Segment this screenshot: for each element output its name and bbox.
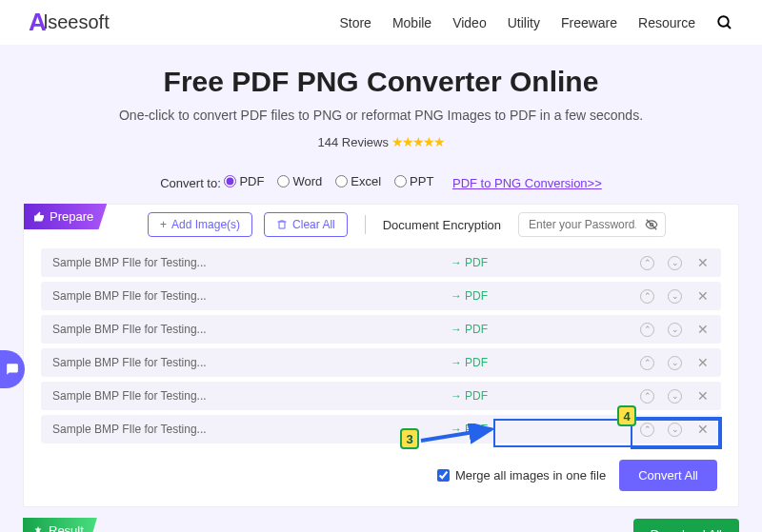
- file-format: → PDF: [451, 389, 488, 403]
- nav-mobile[interactable]: Mobile: [392, 15, 431, 30]
- result-tab: Result: [23, 518, 97, 532]
- radio-pdf-input[interactable]: [224, 175, 236, 187]
- logo-text: lseesoft: [44, 11, 110, 33]
- remove-icon[interactable]: ✕: [695, 355, 710, 370]
- merge-checkbox-input[interactable]: [437, 469, 450, 482]
- chat-bubble-icon[interactable]: [0, 350, 25, 388]
- radio-word[interactable]: Word: [277, 174, 322, 188]
- radio-excel-input[interactable]: [335, 175, 348, 187]
- file-format: → PDF: [451, 323, 488, 336]
- prepare-panel: Prepare +Add Image(s) Clear All Document…: [23, 204, 739, 507]
- move-down-icon[interactable]: ⌄: [668, 356, 682, 370]
- hero: Free PDF PNG Converter Online One-click …: [0, 45, 762, 157]
- eye-icon[interactable]: [645, 218, 658, 231]
- result-tab-label: Result: [49, 523, 84, 532]
- hand-icon: [32, 525, 44, 533]
- page-title: Free PDF PNG Converter Online: [19, 66, 743, 98]
- encryption-label: Document Encryption: [383, 218, 501, 232]
- move-up-icon[interactable]: ⌃: [640, 256, 654, 270]
- radio-pdf[interactable]: PDF: [224, 174, 264, 188]
- convert-to-label: Convert to:: [160, 176, 221, 190]
- remove-icon[interactable]: ✕: [695, 422, 710, 437]
- arrow-right-icon: →: [451, 289, 462, 303]
- nav-resource[interactable]: Resource: [638, 15, 695, 30]
- nav: Store Mobile Video Utility Freeware Reso…: [339, 14, 733, 31]
- radio-ppt-input[interactable]: [394, 175, 407, 187]
- page-subtitle: One-click to convert PDF files to PNG or…: [19, 108, 743, 123]
- search-icon[interactable]: [716, 14, 733, 31]
- file-name: Sample BMP FIle for Testing...: [52, 323, 451, 336]
- move-up-icon[interactable]: ⌃: [640, 389, 654, 404]
- annotation-4: 4: [617, 405, 636, 426]
- file-name: Sample BMP FIle for Testing...: [52, 289, 451, 303]
- pdf-to-png-link[interactable]: PDF to PNG Conversion>>: [452, 176, 602, 190]
- arrow-right-icon: →: [451, 356, 462, 369]
- move-down-icon[interactable]: ⌄: [668, 423, 682, 437]
- file-row: Sample BMP FIle for Testing...→ PDF⌃⌄✕: [41, 348, 721, 377]
- speech-icon: [6, 363, 19, 376]
- star-icon: ★: [433, 134, 446, 149]
- remove-icon[interactable]: ✕: [695, 288, 710, 304]
- header: Alseesoft Store Mobile Video Utility Fre…: [0, 0, 762, 45]
- move-up-icon[interactable]: ⌃: [640, 289, 654, 304]
- toolbar: +Add Image(s) Clear All Document Encrypt…: [24, 205, 738, 246]
- move-down-icon[interactable]: ⌄: [668, 256, 682, 270]
- nav-video[interactable]: Video: [452, 15, 487, 30]
- arrow-right-icon: →: [451, 389, 462, 403]
- radio-word-input[interactable]: [277, 175, 290, 187]
- svg-line-1: [727, 25, 731, 29]
- file-row: Sample BMP FIle for Testing...→ PDF⌃⌄✕: [41, 282, 721, 310]
- file-row: Sample BMP FIle for Testing...→ PDF⌃⌄✕: [41, 315, 721, 344]
- result-section: Result Download All: [23, 519, 739, 532]
- arrow-right-icon: →: [451, 256, 462, 269]
- prepare-tab-label: Prepare: [50, 209, 93, 224]
- remove-icon[interactable]: ✕: [695, 388, 710, 404]
- encryption-input[interactable]: [518, 212, 666, 237]
- merge-row: Merge all images in one file Convert All: [24, 450, 738, 497]
- move-down-icon[interactable]: ⌄: [668, 289, 682, 304]
- svg-point-0: [718, 16, 729, 27]
- move-up-icon[interactable]: ⌃: [640, 323, 654, 337]
- arrow-icon: [419, 424, 500, 450]
- thumb-icon: [33, 211, 45, 223]
- move-up-icon[interactable]: ⌃: [640, 423, 654, 437]
- svg-line-5: [421, 429, 491, 441]
- remove-icon[interactable]: ✕: [695, 255, 710, 270]
- download-all-button[interactable]: Download All: [633, 519, 739, 532]
- file-name: Sample BMP FIle for Testing...: [52, 423, 451, 436]
- radio-excel[interactable]: Excel: [335, 174, 381, 188]
- move-down-icon[interactable]: ⌄: [668, 323, 682, 337]
- convert-to-row: Convert to: PDF Word Excel PPT PDF to PN…: [0, 157, 762, 204]
- file-name: Sample BMP FIle for Testing...: [52, 256, 451, 269]
- logo[interactable]: Alseesoft: [29, 8, 110, 37]
- nav-store[interactable]: Store: [339, 15, 371, 30]
- reviews-count: 144 Reviews: [317, 135, 388, 149]
- nav-utility[interactable]: Utility: [508, 15, 540, 30]
- move-down-icon[interactable]: ⌄: [668, 389, 682, 404]
- convert-all-button[interactable]: Convert All: [619, 460, 717, 491]
- file-row: Sample BMP FIle for Testing...→ PDF⌃⌄✕: [41, 248, 721, 277]
- file-format: → PDF: [451, 256, 488, 269]
- file-name: Sample BMP FIle for Testing...: [52, 356, 451, 369]
- plus-icon: +: [160, 218, 167, 231]
- add-image-button[interactable]: +Add Image(s): [148, 212, 252, 237]
- move-up-icon[interactable]: ⌃: [640, 356, 654, 370]
- radio-ppt[interactable]: PPT: [394, 174, 433, 188]
- file-format: → PDF: [451, 289, 488, 303]
- arrow-right-icon: →: [451, 323, 462, 336]
- nav-freeware[interactable]: Freeware: [561, 15, 617, 30]
- remove-icon[interactable]: ✕: [695, 322, 710, 337]
- merge-label: Merge all images in one file: [455, 468, 606, 483]
- trash-icon: [276, 219, 288, 230]
- clear-all-button[interactable]: Clear All: [264, 212, 348, 237]
- prepare-tab: Prepare: [24, 204, 107, 229]
- reviews: 144 Reviews ★★★★★: [19, 134, 743, 149]
- merge-checkbox[interactable]: Merge all images in one file: [437, 468, 606, 483]
- divider: [365, 215, 366, 234]
- file-name: Sample BMP FIle for Testing...: [52, 389, 451, 403]
- file-format: → PDF: [451, 356, 488, 369]
- annotation-3: 3: [400, 428, 419, 449]
